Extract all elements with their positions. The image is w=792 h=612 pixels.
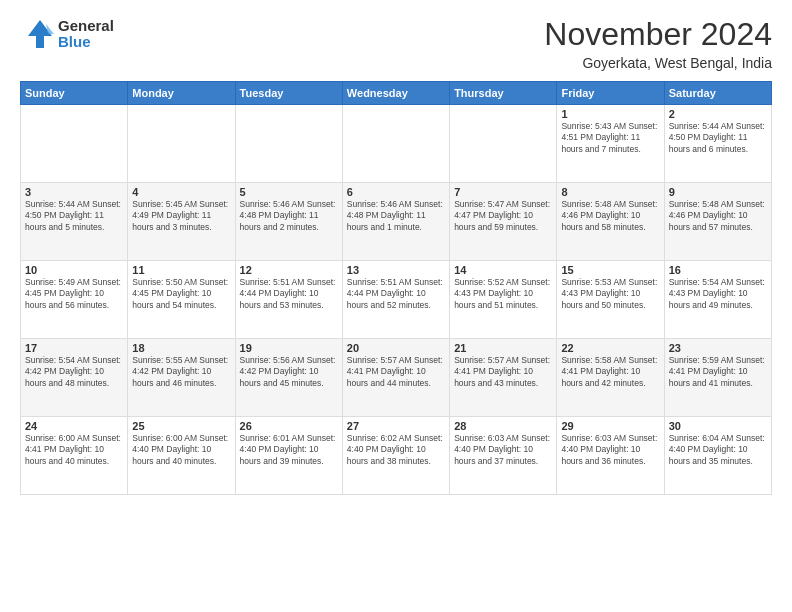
table-row: [128, 105, 235, 183]
day-number: 11: [132, 264, 230, 276]
header-friday: Friday: [557, 82, 664, 105]
calendar-table: Sunday Monday Tuesday Wednesday Thursday…: [20, 81, 772, 495]
header-saturday: Saturday: [664, 82, 771, 105]
day-info: Sunrise: 5:54 AM Sunset: 4:42 PM Dayligh…: [25, 355, 123, 389]
header: General Blue November 2024 Goyerkata, We…: [20, 16, 772, 71]
table-row: 15Sunrise: 5:53 AM Sunset: 4:43 PM Dayli…: [557, 261, 664, 339]
table-row: 3Sunrise: 5:44 AM Sunset: 4:50 PM Daylig…: [21, 183, 128, 261]
table-row: 30Sunrise: 6:04 AM Sunset: 4:40 PM Dayli…: [664, 417, 771, 495]
table-row: 20Sunrise: 5:57 AM Sunset: 4:41 PM Dayli…: [342, 339, 449, 417]
logo-general-text: General: [58, 18, 114, 35]
day-info: Sunrise: 5:54 AM Sunset: 4:43 PM Dayligh…: [669, 277, 767, 311]
day-number: 7: [454, 186, 552, 198]
day-number: 5: [240, 186, 338, 198]
week-row-2: 10Sunrise: 5:49 AM Sunset: 4:45 PM Dayli…: [21, 261, 772, 339]
day-info: Sunrise: 5:57 AM Sunset: 4:41 PM Dayligh…: [347, 355, 445, 389]
day-number: 28: [454, 420, 552, 432]
table-row: 1Sunrise: 5:43 AM Sunset: 4:51 PM Daylig…: [557, 105, 664, 183]
header-thursday: Thursday: [450, 82, 557, 105]
day-number: 10: [25, 264, 123, 276]
day-number: 19: [240, 342, 338, 354]
day-info: Sunrise: 5:51 AM Sunset: 4:44 PM Dayligh…: [240, 277, 338, 311]
day-number: 22: [561, 342, 659, 354]
logo-blue-text: Blue: [58, 34, 114, 51]
day-number: 25: [132, 420, 230, 432]
table-row: [342, 105, 449, 183]
month-title: November 2024: [544, 16, 772, 53]
day-number: 6: [347, 186, 445, 198]
day-number: 23: [669, 342, 767, 354]
day-info: Sunrise: 5:44 AM Sunset: 4:50 PM Dayligh…: [669, 121, 767, 155]
logo: General Blue: [20, 16, 114, 52]
table-row: [450, 105, 557, 183]
table-row: 21Sunrise: 5:57 AM Sunset: 4:41 PM Dayli…: [450, 339, 557, 417]
day-number: 30: [669, 420, 767, 432]
table-row: 12Sunrise: 5:51 AM Sunset: 4:44 PM Dayli…: [235, 261, 342, 339]
day-info: Sunrise: 5:45 AM Sunset: 4:49 PM Dayligh…: [132, 199, 230, 233]
day-info: Sunrise: 5:50 AM Sunset: 4:45 PM Dayligh…: [132, 277, 230, 311]
day-number: 12: [240, 264, 338, 276]
day-number: 20: [347, 342, 445, 354]
table-row: 23Sunrise: 5:59 AM Sunset: 4:41 PM Dayli…: [664, 339, 771, 417]
location: Goyerkata, West Bengal, India: [544, 55, 772, 71]
day-info: Sunrise: 5:59 AM Sunset: 4:41 PM Dayligh…: [669, 355, 767, 389]
day-info: Sunrise: 5:57 AM Sunset: 4:41 PM Dayligh…: [454, 355, 552, 389]
day-info: Sunrise: 5:48 AM Sunset: 4:46 PM Dayligh…: [669, 199, 767, 233]
day-info: Sunrise: 6:01 AM Sunset: 4:40 PM Dayligh…: [240, 433, 338, 467]
day-number: 14: [454, 264, 552, 276]
table-row: 6Sunrise: 5:46 AM Sunset: 4:48 PM Daylig…: [342, 183, 449, 261]
table-row: 14Sunrise: 5:52 AM Sunset: 4:43 PM Dayli…: [450, 261, 557, 339]
day-info: Sunrise: 6:04 AM Sunset: 4:40 PM Dayligh…: [669, 433, 767, 467]
week-row-1: 3Sunrise: 5:44 AM Sunset: 4:50 PM Daylig…: [21, 183, 772, 261]
table-row: 11Sunrise: 5:50 AM Sunset: 4:45 PM Dayli…: [128, 261, 235, 339]
table-row: 26Sunrise: 6:01 AM Sunset: 4:40 PM Dayli…: [235, 417, 342, 495]
table-row: 28Sunrise: 6:03 AM Sunset: 4:40 PM Dayli…: [450, 417, 557, 495]
day-info: Sunrise: 5:55 AM Sunset: 4:42 PM Dayligh…: [132, 355, 230, 389]
day-info: Sunrise: 5:52 AM Sunset: 4:43 PM Dayligh…: [454, 277, 552, 311]
table-row: 5Sunrise: 5:46 AM Sunset: 4:48 PM Daylig…: [235, 183, 342, 261]
day-number: 8: [561, 186, 659, 198]
day-info: Sunrise: 5:53 AM Sunset: 4:43 PM Dayligh…: [561, 277, 659, 311]
week-row-4: 24Sunrise: 6:00 AM Sunset: 4:41 PM Dayli…: [21, 417, 772, 495]
table-row: 17Sunrise: 5:54 AM Sunset: 4:42 PM Dayli…: [21, 339, 128, 417]
table-row: 29Sunrise: 6:03 AM Sunset: 4:40 PM Dayli…: [557, 417, 664, 495]
table-row: 25Sunrise: 6:00 AM Sunset: 4:40 PM Dayli…: [128, 417, 235, 495]
table-row: 27Sunrise: 6:02 AM Sunset: 4:40 PM Dayli…: [342, 417, 449, 495]
day-number: 18: [132, 342, 230, 354]
table-row: 13Sunrise: 5:51 AM Sunset: 4:44 PM Dayli…: [342, 261, 449, 339]
logo-icon: [20, 16, 56, 52]
table-row: 19Sunrise: 5:56 AM Sunset: 4:42 PM Dayli…: [235, 339, 342, 417]
title-block: November 2024 Goyerkata, West Bengal, In…: [544, 16, 772, 71]
day-number: 1: [561, 108, 659, 120]
day-info: Sunrise: 6:02 AM Sunset: 4:40 PM Dayligh…: [347, 433, 445, 467]
day-info: Sunrise: 5:43 AM Sunset: 4:51 PM Dayligh…: [561, 121, 659, 155]
table-row: 22Sunrise: 5:58 AM Sunset: 4:41 PM Dayli…: [557, 339, 664, 417]
day-number: 4: [132, 186, 230, 198]
header-monday: Monday: [128, 82, 235, 105]
table-row: 10Sunrise: 5:49 AM Sunset: 4:45 PM Dayli…: [21, 261, 128, 339]
table-row: 18Sunrise: 5:55 AM Sunset: 4:42 PM Dayli…: [128, 339, 235, 417]
table-row: 7Sunrise: 5:47 AM Sunset: 4:47 PM Daylig…: [450, 183, 557, 261]
page: General Blue November 2024 Goyerkata, We…: [0, 0, 792, 612]
table-row: 4Sunrise: 5:45 AM Sunset: 4:49 PM Daylig…: [128, 183, 235, 261]
day-info: Sunrise: 5:44 AM Sunset: 4:50 PM Dayligh…: [25, 199, 123, 233]
day-info: Sunrise: 5:47 AM Sunset: 4:47 PM Dayligh…: [454, 199, 552, 233]
day-info: Sunrise: 5:58 AM Sunset: 4:41 PM Dayligh…: [561, 355, 659, 389]
table-row: 9Sunrise: 5:48 AM Sunset: 4:46 PM Daylig…: [664, 183, 771, 261]
day-info: Sunrise: 5:46 AM Sunset: 4:48 PM Dayligh…: [347, 199, 445, 233]
day-number: 16: [669, 264, 767, 276]
day-number: 26: [240, 420, 338, 432]
day-info: Sunrise: 6:00 AM Sunset: 4:41 PM Dayligh…: [25, 433, 123, 467]
header-wednesday: Wednesday: [342, 82, 449, 105]
header-sunday: Sunday: [21, 82, 128, 105]
table-row: 8Sunrise: 5:48 AM Sunset: 4:46 PM Daylig…: [557, 183, 664, 261]
day-info: Sunrise: 6:03 AM Sunset: 4:40 PM Dayligh…: [454, 433, 552, 467]
table-row: 2Sunrise: 5:44 AM Sunset: 4:50 PM Daylig…: [664, 105, 771, 183]
day-info: Sunrise: 6:00 AM Sunset: 4:40 PM Dayligh…: [132, 433, 230, 467]
day-info: Sunrise: 5:51 AM Sunset: 4:44 PM Dayligh…: [347, 277, 445, 311]
table-row: 16Sunrise: 5:54 AM Sunset: 4:43 PM Dayli…: [664, 261, 771, 339]
header-tuesday: Tuesday: [235, 82, 342, 105]
week-row-3: 17Sunrise: 5:54 AM Sunset: 4:42 PM Dayli…: [21, 339, 772, 417]
table-row: [21, 105, 128, 183]
day-number: 29: [561, 420, 659, 432]
